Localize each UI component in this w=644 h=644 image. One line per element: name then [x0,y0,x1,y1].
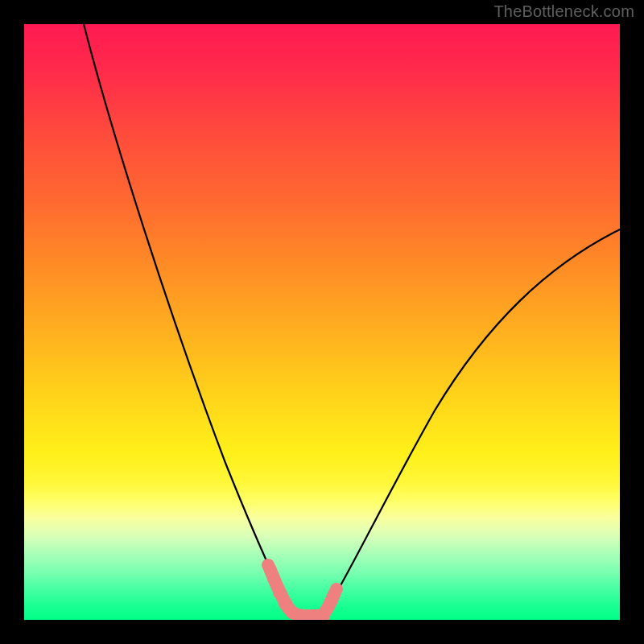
highlight-dot [267,572,280,585]
curves-svg [24,24,620,620]
chart-container: TheBottleneck.com [0,0,644,644]
right-curve [324,229,620,614]
left-curve [84,24,292,614]
highlight-dot [330,583,343,596]
highlight-dot [273,586,286,599]
highlight-dot [262,559,275,572]
watermark-text: TheBottleneck.com [493,2,634,21]
plot-area [24,24,620,620]
highlight-segment-right [325,592,335,612]
